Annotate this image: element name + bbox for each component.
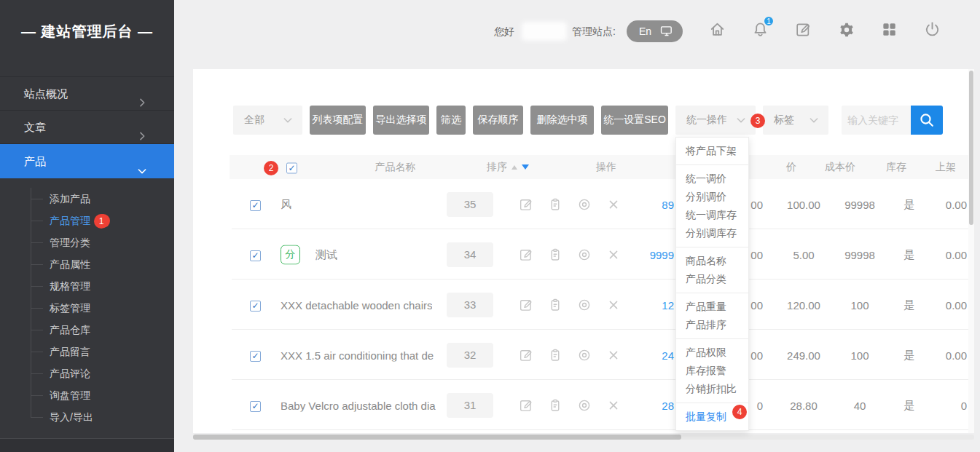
col-sort: 排序: [485, 161, 531, 174]
menu-item-product-weight[interactable]: 产品重量: [676, 298, 748, 316]
row-select-checkbox[interactable]: ✓: [250, 351, 261, 362]
home-icon[interactable]: [708, 20, 726, 39]
submenu-inquiry-management[interactable]: 询盘管理: [0, 384, 174, 406]
sort-desc-icon[interactable]: [522, 164, 529, 170]
menu-item-product-name[interactable]: 商品名称: [676, 252, 748, 270]
sort-order-input[interactable]: [447, 393, 493, 418]
sales-link[interactable]: 9999: [601, 248, 674, 261]
preview-target-icon[interactable]: [576, 247, 592, 263]
vertical-scrollbar-thumb[interactable]: [969, 71, 973, 225]
edit-icon[interactable]: [518, 347, 534, 363]
language-label: En: [639, 25, 651, 37]
manage-site-label: 管理站点:: [572, 20, 616, 44]
apps-grid-icon[interactable]: [880, 20, 898, 39]
edit-icon[interactable]: [794, 20, 812, 39]
chevron-down-icon: [282, 114, 294, 126]
submenu-product-reviews[interactable]: 产品评论: [0, 362, 174, 384]
list-config-button[interactable]: 列表项配置: [310, 106, 366, 135]
search-input[interactable]: [842, 106, 911, 135]
menu-item-product-sort[interactable]: 产品排序: [676, 316, 748, 334]
row-select-checkbox[interactable]: ✓: [250, 250, 261, 261]
col-price-partial: 价: [769, 161, 796, 174]
preview-target-icon[interactable]: [576, 347, 592, 363]
weight-value: 0.00: [922, 298, 967, 311]
sales-link[interactable]: 28: [601, 399, 674, 411]
notifications-bell-icon[interactable]: 1: [751, 20, 769, 39]
sort-asc-icon[interactable]: [511, 165, 517, 170]
menu-item-product-category[interactable]: 产品分类: [676, 270, 748, 288]
sales-link[interactable]: 89: [601, 198, 674, 210]
bulk-ops-dropdown[interactable]: 统一操作: [675, 106, 756, 135]
stock-qty: 99998: [831, 198, 889, 210]
username-blurred: [522, 22, 567, 41]
menu-item-individual-price[interactable]: 分别调价: [676, 188, 748, 206]
sort-order-input[interactable]: [447, 242, 493, 267]
menu-item-unlist-products[interactable]: 将产品下架: [676, 142, 748, 160]
submenu-tag-management[interactable]: 标签管理: [0, 297, 174, 319]
submenu-product-management[interactable]: 产品管理1: [0, 210, 174, 231]
monitor-icon: [659, 24, 674, 39]
copy-icon[interactable]: [547, 297, 563, 313]
submenu-import-export[interactable]: 导入/导出: [0, 406, 174, 428]
vertical-scrollbar-track[interactable]: [968, 69, 974, 433]
step-badge-3: 3: [750, 114, 765, 128]
gear-icon[interactable]: [837, 20, 855, 39]
category-filter-dropdown[interactable]: 全部: [233, 106, 302, 135]
menu-item-unified-price[interactable]: 统一调价: [676, 170, 748, 188]
tag-filter-dropdown[interactable]: 标签: [763, 106, 828, 135]
cost-price: 100.00: [769, 198, 839, 210]
preview-target-icon[interactable]: [576, 297, 592, 313]
preview-target-icon[interactable]: [576, 397, 592, 413]
edit-icon[interactable]: [518, 197, 534, 213]
copy-icon[interactable]: [547, 397, 563, 413]
submenu-product-messages[interactable]: 产品留言: [0, 341, 174, 362]
row-select-checkbox[interactable]: ✓: [250, 401, 261, 412]
export-selected-button[interactable]: 导出选择项: [373, 106, 429, 135]
chevron-down-icon: [136, 156, 148, 167]
submenu-product-warehouse[interactable]: 产品仓库: [0, 319, 174, 341]
sidebar-item-articles[interactable]: 文章: [0, 110, 174, 143]
menu-item-product-permission[interactable]: 产品权限: [676, 344, 748, 362]
submenu-manage-categories[interactable]: 管理分类: [0, 231, 174, 253]
stock-qty: 99998: [831, 248, 889, 261]
sidebar-item-site-overview[interactable]: 站点概况: [0, 76, 174, 110]
preview-target-icon[interactable]: [576, 197, 592, 213]
row-select-checkbox[interactable]: ✓: [250, 200, 261, 211]
table-row: ✓ XXX detachable wooden chairs 12 00 120…: [193, 279, 974, 330]
cost-price: 120.00: [769, 298, 839, 311]
seo-settings-button[interactable]: 统一设置SEO: [601, 106, 668, 135]
filter-button[interactable]: 筛选: [436, 106, 466, 135]
horizontal-scrollbar-thumb[interactable]: [193, 435, 681, 440]
sales-link[interactable]: 24: [601, 349, 674, 361]
sort-order-input[interactable]: [447, 343, 493, 368]
menu-item-stock-alert[interactable]: 库存报警: [676, 362, 748, 380]
edit-icon[interactable]: [518, 297, 534, 313]
sidebar-item-products[interactable]: 产品: [0, 143, 174, 178]
copy-icon[interactable]: [547, 197, 563, 213]
stock-qty: 100: [831, 298, 889, 311]
edit-icon[interactable]: [518, 247, 534, 263]
menu-item-distribution-discount[interactable]: 分销折扣比: [676, 380, 748, 398]
copy-icon[interactable]: [547, 247, 563, 263]
sales-link[interactable]: 12: [601, 298, 674, 311]
submenu-product-attributes[interactable]: 产品属性: [0, 253, 174, 275]
sort-order-input[interactable]: [447, 293, 493, 317]
col-cost: 成本价: [805, 161, 875, 174]
menu-item-unified-stock[interactable]: 统一调库存: [676, 206, 748, 224]
delete-selected-button[interactable]: 删除选中项: [530, 106, 594, 135]
submenu-add-product[interactable]: 添加产品: [0, 188, 174, 210]
app-title: — 建站管理后台 —: [0, 22, 174, 41]
horizontal-scrollbar-track[interactable]: [193, 435, 974, 440]
select-all-checkbox[interactable]: ✓: [286, 162, 297, 173]
edit-icon[interactable]: [518, 397, 534, 413]
power-icon[interactable]: [923, 20, 941, 39]
menu-item-individual-stock[interactable]: 分别调库存: [676, 224, 748, 242]
sort-order-input[interactable]: [447, 192, 493, 217]
submenu-spec-management[interactable]: 规格管理: [0, 275, 174, 297]
cost-price: 28.80: [769, 399, 839, 411]
language-site-switcher[interactable]: En: [627, 20, 683, 42]
search-button[interactable]: [911, 106, 943, 135]
save-order-button[interactable]: 保存顺序: [473, 106, 523, 135]
copy-icon[interactable]: [547, 347, 563, 363]
row-select-checkbox[interactable]: ✓: [250, 301, 261, 312]
